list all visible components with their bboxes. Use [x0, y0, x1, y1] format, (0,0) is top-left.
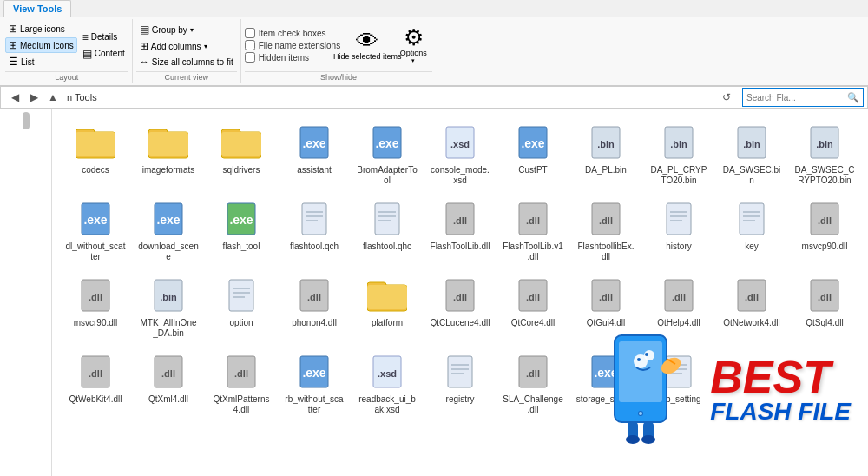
- file-item[interactable]: .xsdreadback_ui_bak.xsd: [352, 347, 422, 420]
- hidden-items-label[interactable]: Hidden items: [245, 52, 341, 63]
- file-label: QtGui4.dll: [587, 318, 625, 328]
- file-item[interactable]: .dllQtXml4.dll: [134, 347, 203, 420]
- file-name-ext-label[interactable]: File name extensions: [245, 40, 341, 50]
- file-item[interactable]: .binDA_PL.bin: [571, 117, 641, 190]
- options-button[interactable]: ⚙ Options ▾: [394, 23, 432, 67]
- file-item[interactable]: .binDA_SWSEC.bin: [717, 117, 786, 190]
- file-item[interactable]: .exeassistant: [279, 117, 349, 190]
- file-item[interactable]: .exerb_without_scatter: [279, 347, 349, 420]
- file-item[interactable]: .dllphonon4.dll: [279, 270, 349, 343]
- search-input[interactable]: [746, 93, 845, 102]
- sidebar-scroll-thumb[interactable]: [23, 112, 30, 129]
- file-item[interactable]: .binDA_PL_CRYPTO20.bin: [644, 117, 713, 190]
- svg-text:.dll: .dll: [89, 292, 102, 302]
- file-item[interactable]: key: [717, 194, 786, 267]
- file-item[interactable]: sqldrivers: [207, 117, 276, 190]
- file-item[interactable]: registry: [425, 347, 495, 420]
- file-icon: .dll: [148, 351, 189, 393]
- file-item[interactable]: usb_setting: [644, 347, 713, 420]
- details-button[interactable]: ≡ Details: [79, 30, 128, 45]
- file-label: QtNetwork4.dll: [723, 318, 780, 328]
- file-label: flashtool.qhc: [363, 241, 411, 252]
- file-item[interactable]: flashtool.qch: [279, 194, 349, 267]
- file-item[interactable]: option: [207, 270, 276, 343]
- file-icon: .bin: [731, 122, 773, 163]
- file-label: imageformats: [142, 165, 195, 175]
- group-by-button[interactable]: ▤ Group by ▾: [136, 22, 237, 37]
- file-item[interactable]: .exestorage_setting: [571, 347, 641, 420]
- file-item[interactable]: .dllQtCore4.dll: [498, 270, 568, 343]
- file-item[interactable]: .exeBromAdapterTool: [352, 117, 422, 190]
- svg-text:.dll: .dll: [818, 215, 832, 226]
- file-icon: .exe: [585, 351, 627, 393]
- file-item[interactable]: imageformats: [134, 117, 203, 190]
- file-label: storage_setting: [576, 394, 635, 405]
- size-columns-button[interactable]: ↔ Size all columns to fit: [136, 55, 237, 69]
- file-item[interactable]: .dllmsvcp90.dll: [790, 194, 859, 267]
- file-icon: .dll: [585, 198, 627, 240]
- svg-text:.exe: .exe: [594, 366, 617, 380]
- add-columns-button[interactable]: ⊞ Add columns ▾: [136, 38, 237, 54]
- file-icon: .bin: [585, 122, 627, 163]
- file-item[interactable]: .dllQtCLucene4.dll: [425, 270, 495, 343]
- file-item[interactable]: .dllQtSql4.dll: [790, 270, 859, 343]
- file-item[interactable]: .dllQtHelp4.dll: [644, 270, 713, 343]
- file-item[interactable]: .dllSLA_Challenge.dll: [498, 347, 568, 420]
- file-item[interactable]: codecs: [61, 117, 130, 190]
- hide-selected-items-button[interactable]: 👁 Hide selected items: [345, 27, 389, 63]
- file-label: console_mode.xsd: [430, 165, 490, 186]
- file-item[interactable]: .dllQtXmlPatterns4.dll: [207, 347, 276, 420]
- file-item[interactable]: .exedownload_scene: [134, 194, 203, 267]
- show-hide-label: Show/hide: [245, 71, 433, 82]
- file-item[interactable]: .dllFlashToolLib.dll: [425, 194, 495, 267]
- file-item[interactable]: .dllQtNetwork4.dll: [717, 270, 786, 343]
- hidden-items-input[interactable]: [245, 52, 255, 63]
- up-button[interactable]: ▲: [44, 89, 62, 106]
- search-icon[interactable]: 🔍: [847, 92, 859, 103]
- file-item[interactable]: .exeCustPT: [498, 117, 568, 190]
- medium-icons-button[interactable]: ⊞ Medium icons: [5, 37, 77, 53]
- file-item[interactable]: flashtool.qhc: [352, 194, 422, 267]
- tab-view-tools[interactable]: View Tools: [3, 0, 71, 17]
- forward-button[interactable]: ▶: [25, 89, 43, 106]
- back-button[interactable]: ◀: [6, 89, 23, 106]
- file-name-ext-input[interactable]: [245, 40, 255, 50]
- file-item[interactable]: .dllmsvcr90.dll: [61, 270, 130, 343]
- file-item[interactable]: .binDA_SWSEC_CRYPTO20.bin: [790, 117, 859, 190]
- file-label: msvcp90.dll: [802, 241, 848, 252]
- file-icon: .dll: [75, 351, 116, 393]
- options-arrow: ▾: [411, 57, 415, 64]
- file-label: FlashToolLib.dll: [431, 241, 490, 252]
- file-icon: .xsd: [366, 351, 408, 393]
- file-item[interactable]: .dllFlashToolLib.v1.dll: [498, 194, 568, 267]
- group-by-arrow: ▾: [190, 26, 194, 34]
- address-path[interactable]: n Tools: [67, 92, 714, 102]
- large-icons-button[interactable]: ⊞ Large icons: [5, 21, 77, 36]
- show-hide-body: Item check boxes File name extensions Hi…: [245, 21, 433, 69]
- file-icon: [220, 274, 262, 316]
- file-item[interactable]: .dllQtGui4.dll: [571, 270, 641, 343]
- svg-text:.dll: .dll: [89, 368, 102, 379]
- item-checkboxes-input[interactable]: [245, 28, 255, 38]
- svg-rect-2: [76, 132, 115, 156]
- file-item[interactable]: .exedl_without_scatter: [61, 194, 130, 267]
- content-button[interactable]: ▤ Content: [79, 46, 128, 62]
- file-item[interactable]: .binMTK_AllInOne_DA.bin: [134, 270, 203, 343]
- file-item[interactable]: history: [644, 194, 713, 267]
- file-item[interactable]: platform: [352, 270, 422, 343]
- refresh-button[interactable]: ↺: [718, 89, 735, 106]
- file-label: option: [229, 318, 253, 328]
- file-icon: [148, 122, 189, 163]
- file-icon: [366, 198, 408, 240]
- file-label: platform: [372, 318, 403, 328]
- file-label: QtXml4.dll: [148, 394, 188, 405]
- nav-controls: ◀ ▶ ▲: [4, 87, 63, 108]
- file-item[interactable]: .dllFlashtoollibEx.dll: [571, 194, 641, 267]
- file-item[interactable]: .xsdconsole_mode.xsd: [425, 117, 495, 190]
- list-button[interactable]: ☰ List: [5, 54, 77, 69]
- file-icon: .exe: [75, 198, 116, 240]
- file-item[interactable]: .exeflash_tool: [207, 194, 276, 267]
- file-item[interactable]: .dllQtWebKit4.dll: [61, 347, 130, 420]
- sidebar: [0, 109, 52, 476]
- item-checkboxes-label[interactable]: Item check boxes: [245, 28, 341, 38]
